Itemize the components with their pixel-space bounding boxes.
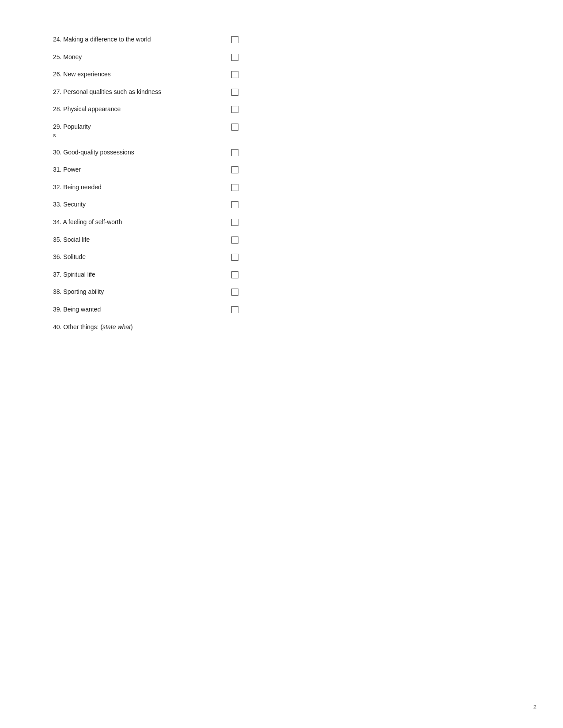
list-item: 36. Solitude [53,253,256,262]
checkbox[interactable] [231,124,238,131]
list-item-label: 33. Security [53,200,86,209]
list-item-label: 26. New experiences [53,70,111,79]
list-item: 33. Security [53,200,256,209]
checkbox[interactable] [231,149,238,156]
checkbox[interactable] [231,184,238,191]
list-item: 25. Money [53,53,256,62]
checkbox[interactable] [231,54,238,61]
list-item-label: 28. Physical appearance [53,105,121,114]
page-content: 24. Making a difference to the world25. … [0,0,309,375]
checkbox[interactable] [231,106,238,113]
list-item-label: 30. Good-quality possessions [53,148,134,157]
checkbox[interactable] [231,219,238,226]
page-number: 2 [533,704,537,710]
list-item-label: 24. Making a difference to the world [53,35,151,44]
checkbox[interactable] [231,36,238,43]
list-item-label: 37. Spiritual life [53,270,95,279]
list-item: 34. A feeling of self-worth [53,218,256,227]
list-item: 30. Good-quality possessions [53,148,256,157]
list-item: 40. Other things: (state what) [53,323,256,332]
checkbox[interactable] [231,289,238,296]
list-item-label: 34. A feeling of self-worth [53,218,122,227]
checkbox[interactable] [231,166,238,173]
list-item-label: 27. Personal qualities such as kindness [53,88,161,97]
checkbox[interactable] [231,236,238,244]
checkbox[interactable] [231,201,238,208]
list-item: 35. Social life [53,236,256,244]
checkbox[interactable] [231,306,238,313]
list-item-label: 36. Solitude [53,253,86,262]
list-item: 24. Making a difference to the world [53,35,256,44]
list-item-label: 39. Being wanted [53,305,101,314]
list-item: 27. Personal qualities such as kindness [53,88,256,97]
list-item: 32. Being needed [53,183,256,192]
list-item-label: 29. Popularitys [53,123,91,139]
list-item: 37. Spiritual life [53,270,256,279]
list-item-label: 38. Sporting ability [53,288,104,296]
list-item: 29. Popularitys [53,123,256,139]
checkbox[interactable] [231,71,238,78]
list-item-label: 31. Power [53,165,81,174]
checkbox[interactable] [231,89,238,96]
list-item-label: 40. Other things: (state what) [53,323,133,332]
list-item-label: 32. Being needed [53,183,102,192]
list-item: 38. Sporting ability [53,288,256,296]
list-item: 31. Power [53,165,256,174]
list-item: 26. New experiences [53,70,256,79]
list-item-label: 25. Money [53,53,82,62]
checkbox[interactable] [231,254,238,261]
list-item-label: 35. Social life [53,236,90,244]
list-item: 39. Being wanted [53,305,256,314]
checkbox[interactable] [231,271,238,278]
list-item: 28. Physical appearance [53,105,256,114]
